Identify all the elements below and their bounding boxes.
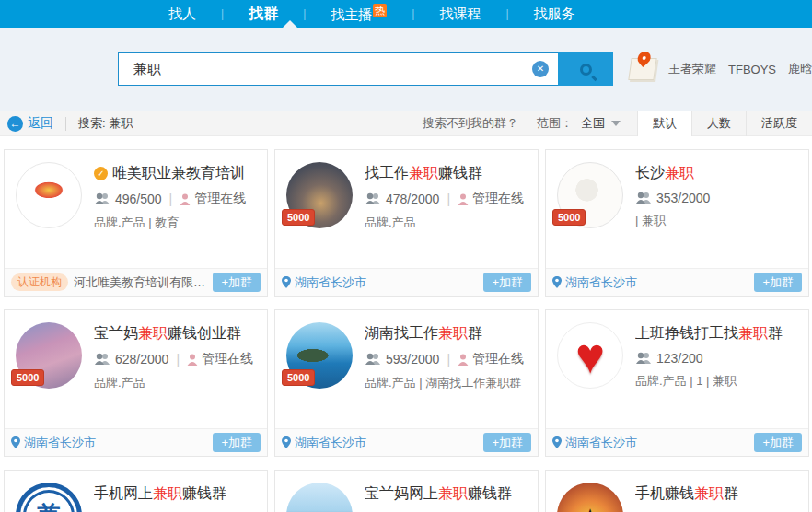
- group-title[interactable]: ✓ 上班挣钱打工找兼职群: [635, 324, 797, 343]
- join-group-button[interactable]: +加群: [483, 433, 531, 452]
- cert-org-badge: 认证机构: [11, 273, 68, 291]
- sort-tab-members[interactable]: 人数: [691, 111, 746, 136]
- group-tags: 品牌.产品 | 1 | 兼职: [635, 373, 797, 390]
- member-count-line: 478/2000 | 管理在线: [365, 191, 527, 207]
- admin-online-label: 管理在线: [472, 191, 524, 207]
- group-avatar[interactable]: [286, 483, 353, 512]
- filter-toolbar: ← 返回 搜索: 兼职 搜索不到我的群？ 范围： 全国 默认 人数 活跃度: [0, 111, 812, 136]
- group-title[interactable]: ✓ 宝䒑妈网上兼职赚钱群: [365, 484, 527, 503]
- member-count: 123/200: [656, 351, 703, 366]
- group-avatar[interactable]: 兼: [16, 483, 82, 512]
- card-footer: 湖南省长沙市 +加群: [546, 268, 808, 296]
- group-tags: | 兼职: [635, 213, 797, 229]
- card-footer: 湖南省长沙市 +加群: [546, 428, 808, 456]
- search-input[interactable]: [118, 52, 558, 86]
- nav-tab-find-service[interactable]: 找服务: [534, 6, 575, 23]
- divider: |: [169, 192, 173, 206]
- admin-icon: [180, 193, 191, 205]
- card-footer: 认证机构 河北唯美教育培训有限公司 +加群: [5, 268, 267, 296]
- capacity-badge: 5000: [282, 369, 315, 386]
- back-button[interactable]: ← 返回: [7, 115, 53, 132]
- nav-tab-find-streamer[interactable]: 找主播热: [331, 4, 387, 24]
- scope-label: 范围：: [537, 115, 573, 132]
- location-wrap: 湖南省长沙市: [552, 435, 637, 451]
- group-avatar[interactable]: ★: [557, 483, 623, 512]
- admin-online-wrap: | 管理在线: [439, 191, 524, 207]
- join-group-button[interactable]: +加群: [754, 433, 802, 452]
- group-tags: 品牌.产品 | 教育: [94, 215, 256, 231]
- back-arrow-icon: ←: [7, 116, 23, 132]
- search-header: ✕ 王者荣耀 TFBOYS 鹿晗: [0, 28, 812, 111]
- certified-icon: ✓: [94, 167, 108, 180]
- nav-tab-find-people[interactable]: 找人: [168, 6, 196, 23]
- search-query-label: 搜索: 兼职: [78, 115, 133, 132]
- member-count-line: 123/200 |: [635, 351, 797, 366]
- avatar-glyph: 兼: [36, 498, 62, 512]
- group-title[interactable]: ✓ 唯美职业兼教育培训: [94, 164, 256, 182]
- location-wrap: 湖南省长沙市: [282, 274, 366, 291]
- group-tags: 品牌.产品: [94, 375, 256, 391]
- search-box: ✕: [118, 52, 613, 86]
- toolbar-divider: [65, 117, 66, 131]
- admin-online-wrap: | 管理在线: [168, 351, 253, 367]
- group-avatar[interactable]: ♥: [557, 322, 623, 389]
- location-pin-icon: [282, 436, 291, 448]
- hot-badge-icon: 热: [373, 4, 387, 17]
- group-card: ★ ✓ 手机赚钱兼职群 387/2000 |: [545, 470, 809, 512]
- hot-word[interactable]: TFBOYS: [728, 63, 776, 76]
- nav-divider: |: [505, 7, 508, 20]
- join-group-button[interactable]: +加群: [754, 273, 802, 292]
- hot-word[interactable]: 鹿晗: [788, 61, 812, 77]
- magnifier-icon: [580, 64, 592, 76]
- sort-tab-activity[interactable]: 活跃度: [746, 111, 812, 136]
- nav-tab-find-course[interactable]: 找课程: [439, 6, 481, 23]
- location-pin-icon: [282, 276, 291, 288]
- nav-tab-find-group[interactable]: 找群: [249, 5, 278, 24]
- location-pin-icon: [552, 436, 562, 448]
- member-count: 628/2000: [115, 352, 168, 367]
- group-grid: ✓ 唯美职业兼教育培训 496/500 | 管理在线: [0, 136, 812, 512]
- members-icon: [635, 352, 652, 365]
- card-footer: 湖南省长沙市 +加群: [5, 428, 267, 456]
- admin-icon: [458, 354, 469, 366]
- member-count: 593/2000: [386, 352, 439, 367]
- admin-online-label: 管理在线: [202, 351, 253, 367]
- member-count-line: 593/2000 | 管理在线: [365, 351, 527, 367]
- location-label: 湖南省长沙市: [565, 435, 637, 451]
- location-pin-icon: [11, 436, 20, 448]
- members-icon: [94, 192, 110, 205]
- cert-org-wrap: 认证机构 河北唯美教育培训有限公司: [11, 273, 213, 291]
- hot-search-area: 王者荣耀 TFBOYS 鹿晗: [630, 28, 812, 111]
- group-title[interactable]: ✓ 宝䒑妈兼职赚钱创业群: [94, 324, 256, 343]
- join-group-button[interactable]: +加群: [213, 273, 261, 292]
- group-title[interactable]: ✓ 手机赚钱兼职群: [635, 484, 797, 503]
- admin-icon: [458, 193, 469, 205]
- join-group-button[interactable]: +加群: [213, 433, 261, 452]
- sort-tab-default[interactable]: 默认: [637, 111, 691, 136]
- group-title[interactable]: ✓ 长沙兼职: [635, 164, 797, 182]
- map-pin-icon: [628, 58, 656, 80]
- admin-icon: [187, 354, 198, 366]
- member-count: 478/2000: [386, 192, 439, 206]
- cant-find-group-link[interactable]: 搜索不到我的群？: [423, 115, 518, 132]
- avatar-glyph: ★: [578, 503, 603, 512]
- location-wrap: 湖南省长沙市: [552, 274, 637, 291]
- scope-select[interactable]: 全国: [581, 115, 605, 132]
- group-title[interactable]: ✓ 手机网上兼职赚钱群: [94, 484, 256, 503]
- active-tab-caret: [283, 20, 297, 28]
- avatar-glyph: ♥: [575, 328, 605, 383]
- group-title[interactable]: ✓ 湖南找工作兼职群: [365, 324, 527, 343]
- clear-search-icon[interactable]: ✕: [532, 61, 549, 77]
- search-button[interactable]: [558, 52, 613, 86]
- hot-word[interactable]: 王者荣耀: [668, 61, 716, 77]
- member-count-line: 353/2000 |: [635, 191, 797, 205]
- group-avatar[interactable]: [16, 162, 82, 228]
- join-group-button[interactable]: +加群: [483, 273, 531, 292]
- group-tags: 品牌.产品: [365, 215, 527, 231]
- chevron-down-icon[interactable]: [611, 121, 621, 126]
- location-label: 湖南省长沙市: [295, 274, 366, 291]
- nav-divider: |: [412, 7, 414, 20]
- group-title[interactable]: ✓ 找工作兼职赚钱群: [365, 164, 527, 182]
- members-icon: [365, 353, 381, 366]
- location-pin-icon: [552, 276, 562, 288]
